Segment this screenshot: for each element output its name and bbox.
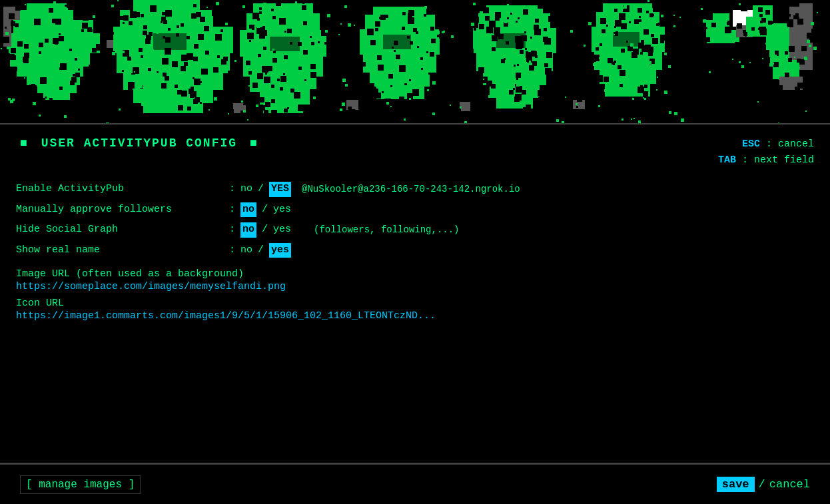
image-url-value[interactable]: https://someplace.com/images/memyselfand… [16, 281, 814, 292]
manage-images-button[interactable]: [ manage images ] [20, 475, 141, 494]
esc-key: ESC [742, 138, 760, 150]
esc-action: cancel [778, 138, 814, 150]
enable-activitypub-row: Enable ActivityPub : no / YES @NuSkooler… [16, 182, 814, 197]
esc-sep: : [766, 138, 778, 150]
icon-url-value[interactable]: https://image1.commarts.com/images1/9/5/… [16, 310, 814, 322]
show-no[interactable]: no [240, 243, 252, 258]
manually-approve-value: no / yes [240, 202, 291, 218]
image-url-label: Image URL (often used as a background) [16, 268, 814, 280]
config-panel: ■ USER ACTIVITYPUB CONFIG ■ ESC : cancel… [0, 123, 830, 464]
cancel-button[interactable]: cancel [769, 478, 810, 491]
show-colon: : [229, 243, 235, 258]
enable-yes[interactable]: YES [269, 182, 291, 197]
manually-yes[interactable]: yes [273, 202, 291, 218]
tab-action: next field [754, 154, 814, 166]
show-real-name-value: no / yes [240, 243, 291, 258]
title-text: USER ACTIVITYPUB CONFIG [41, 136, 237, 150]
bottom-actions: save / cancel [717, 477, 810, 492]
hide-social-graph-row: Hide Social Graph : no / yes (followers,… [16, 222, 814, 238]
panel-title-row: ■ USER ACTIVITYPUB CONFIG ■ ESC : cancel… [16, 136, 814, 168]
tab-shortcut: TAB : next field [718, 152, 814, 168]
title-bullet-left: ■ [20, 136, 29, 150]
title-bullet-right: ■ [250, 136, 258, 150]
enable-colon: : [229, 182, 235, 197]
manually-colon: : [229, 202, 235, 218]
hide-social-graph-value: no / yes (followers, following,...) [240, 222, 459, 238]
enable-activitypub-label: Enable ActivityPub [16, 182, 229, 197]
hide-no[interactable]: no [240, 222, 256, 238]
tab-sep: : [742, 154, 754, 166]
panel-title: ■ USER ACTIVITYPUB CONFIG ■ [16, 136, 262, 150]
icon-url-label: Icon URL [16, 298, 814, 309]
hide-colon: : [229, 222, 235, 238]
save-button[interactable]: save [717, 477, 755, 492]
enable-no[interactable]: no [240, 182, 252, 197]
show-real-name-label: Show real name [16, 243, 229, 258]
action-slash: / [759, 478, 765, 491]
show-real-name-row: Show real name : no / yes [16, 243, 814, 258]
activitypub-handle: @NuSkooler@a236-166-70-243-142.ngrok.io [302, 182, 520, 196]
hide-hint: (followers, following,...) [314, 223, 459, 237]
manually-no[interactable]: no [240, 202, 256, 218]
hide-social-graph-label: Hide Social Graph [16, 222, 229, 238]
tab-key: TAB [718, 154, 736, 166]
header-banner [0, 0, 830, 123]
enable-activitypub-value: no / YES @NuSkooler@a236-166-70-243-142.… [240, 182, 520, 197]
bottom-bar: [ manage images ] save / cancel [0, 464, 830, 504]
url-section: Image URL (often used as a background) h… [16, 268, 814, 322]
esc-shortcut: ESC : cancel [718, 136, 814, 152]
hide-yes[interactable]: yes [273, 222, 291, 238]
manually-approve-label: Manually approve followers [16, 202, 229, 218]
show-yes[interactable]: yes [269, 243, 291, 258]
manually-approve-row: Manually approve followers : no / yes [16, 202, 814, 218]
shortcuts-panel: ESC : cancel TAB : next field [718, 136, 814, 168]
